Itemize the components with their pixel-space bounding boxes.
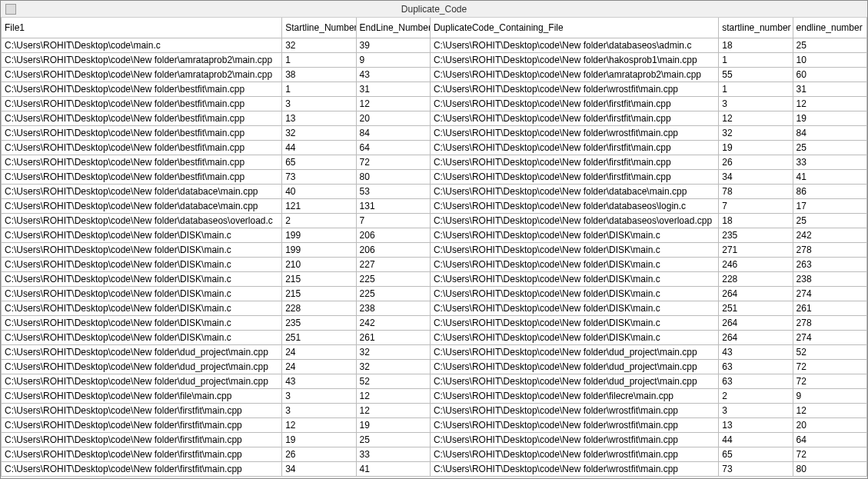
cell-end2[interactable]: 60 [793,67,866,81]
cell-file1[interactable]: C:\Users\ROHIT\Desktop\code\New folder\D… [2,242,282,257]
table-row[interactable]: C:\Users\ROHIT\Desktop\code\New folder\D… [2,315,867,330]
cell-end1[interactable]: 33 [356,447,430,461]
cell-file2[interactable]: C:\Users\ROHIT\Desktop\code\New folder\D… [430,286,718,301]
cell-file2[interactable]: C:\Users\ROHIT\Desktop\code\New folder\d… [430,374,718,388]
cell-end1[interactable]: 12 [356,403,430,417]
col-header-start2[interactable]: startline_number [719,18,793,38]
cell-start1[interactable]: 43 [282,374,356,388]
cell-file2[interactable]: C:\Users\ROHIT\Desktop\code\New folder\D… [430,242,718,257]
cell-start2[interactable]: 63 [719,359,793,374]
table-row[interactable]: C:\Users\ROHIT\Desktop\code\New folder\b… [2,169,867,184]
cell-end2[interactable]: 238 [793,271,866,286]
cell-file1[interactable]: C:\Users\ROHIT\Desktop\code\New folder\d… [2,213,282,228]
cell-file1[interactable]: C:\Users\ROHIT\Desktop\code\New folder\f… [2,461,282,476]
cell-start2[interactable]: 228 [719,271,793,286]
cell-end2[interactable]: 17 [793,198,866,213]
cell-start1[interactable]: 3 [282,403,356,417]
table-row[interactable]: C:\Users\ROHIT\Desktop\code\New folder\D… [2,330,867,344]
cell-end2[interactable]: 19 [793,111,866,125]
table-row[interactable]: C:\Users\ROHIT\Desktop\code\New folder\b… [2,140,867,155]
cell-start2[interactable]: 3 [719,96,793,111]
cell-end2[interactable]: 274 [793,286,866,301]
table-row[interactable]: C:\Users\ROHIT\Desktop\code\New folder\f… [2,403,867,417]
cell-start2[interactable]: 55 [719,67,793,81]
col-header-end2[interactable]: endline_number [793,18,866,38]
cell-end1[interactable]: 80 [356,169,430,184]
cell-start2[interactable]: 271 [719,242,793,257]
table-row[interactable]: C:\Users\ROHIT\Desktop\code\New folder\f… [2,461,867,476]
table-row[interactable]: C:\Users\ROHIT\Desktop\code\New folder\b… [2,111,867,125]
cell-start2[interactable]: 43 [719,344,793,359]
table-row[interactable]: C:\Users\ROHIT\Desktop\code\New folder\d… [2,184,867,198]
cell-end1[interactable]: 7 [356,213,430,228]
cell-end1[interactable]: 9 [356,52,430,67]
cell-file2[interactable]: C:\Users\ROHIT\Desktop\code\New folder\w… [430,432,718,447]
cell-end1[interactable]: 261 [356,330,430,344]
cell-end1[interactable]: 52 [356,374,430,388]
cell-end2[interactable]: 72 [793,359,866,374]
cell-start2[interactable]: 264 [719,330,793,344]
cell-end2[interactable]: 12 [793,96,866,111]
cell-end2[interactable]: 84 [793,125,866,140]
cell-start2[interactable]: 264 [719,315,793,330]
cell-file1[interactable]: C:\Users\ROHIT\Desktop\code\New folder\d… [2,198,282,213]
cell-file1[interactable]: C:\Users\ROHIT\Desktop\code\New folder\d… [2,374,282,388]
cell-start1[interactable]: 199 [282,228,356,242]
cell-end2[interactable]: 12 [793,403,866,417]
cell-end2[interactable]: 274 [793,330,866,344]
cell-end1[interactable]: 238 [356,301,430,315]
cell-start1[interactable]: 1 [282,81,356,96]
cell-file1[interactable]: C:\Users\ROHIT\Desktop\code\New folder\f… [2,388,282,403]
col-header-start1[interactable]: Startline_Number [282,18,356,38]
cell-end1[interactable]: 39 [356,38,430,52]
cell-start1[interactable]: 251 [282,330,356,344]
cell-file2[interactable]: C:\Users\ROHIT\Desktop\code\New folder\D… [430,257,718,271]
cell-start1[interactable]: 235 [282,315,356,330]
cell-file2[interactable]: C:\Users\ROHIT\Desktop\code\New folder\d… [430,359,718,374]
cell-file1[interactable]: C:\Users\ROHIT\Desktop\code\New folder\d… [2,359,282,374]
cell-file2[interactable]: C:\Users\ROHIT\Desktop\code\New folder\f… [430,155,718,169]
cell-file1[interactable]: C:\Users\ROHIT\Desktop\code\New folder\D… [2,271,282,286]
cell-start1[interactable]: 228 [282,301,356,315]
cell-start2[interactable]: 18 [719,38,793,52]
table-row[interactable]: C:\Users\ROHIT\Desktop\code\New folder\d… [2,198,867,213]
col-header-file1[interactable]: File1 [2,18,282,38]
cell-end1[interactable]: 242 [356,315,430,330]
table-row[interactable]: C:\Users\ROHIT\Desktop\code\New folder\f… [2,388,867,403]
cell-file1[interactable]: C:\Users\ROHIT\Desktop\code\New folder\D… [2,286,282,301]
table-row[interactable]: C:\Users\ROHIT\Desktop\code\New folder\D… [2,228,867,242]
table-row[interactable]: C:\Users\ROHIT\Desktop\code\New folder\d… [2,344,867,359]
cell-file1[interactable]: C:\Users\ROHIT\Desktop\code\New folder\D… [2,315,282,330]
table-row[interactable]: C:\Users\ROHIT\Desktop\code\New folder\D… [2,301,867,315]
cell-file1[interactable]: C:\Users\ROHIT\Desktop\code\New folder\f… [2,417,282,432]
cell-end2[interactable]: 25 [793,140,866,155]
cell-start2[interactable]: 235 [719,228,793,242]
cell-file1[interactable]: C:\Users\ROHIT\Desktop\code\New folder\a… [2,52,282,67]
cell-file2[interactable]: C:\Users\ROHIT\Desktop\code\New folder\a… [430,67,718,81]
cell-start2[interactable]: 73 [719,461,793,476]
cell-start1[interactable]: 38 [282,67,356,81]
cell-end1[interactable]: 53 [356,184,430,198]
cell-end1[interactable]: 19 [356,417,430,432]
cell-start2[interactable]: 2 [719,388,793,403]
cell-start2[interactable]: 1 [719,52,793,67]
cell-end2[interactable]: 20 [793,417,866,432]
cell-file2[interactable]: C:\Users\ROHIT\Desktop\code\New folder\f… [430,140,718,155]
cell-start1[interactable]: 40 [282,184,356,198]
cell-start1[interactable]: 199 [282,242,356,257]
cell-end1[interactable]: 32 [356,359,430,374]
cell-end1[interactable]: 32 [356,344,430,359]
cell-file1[interactable]: C:\Users\ROHIT\Desktop\code\New folder\b… [2,155,282,169]
cell-start1[interactable]: 24 [282,359,356,374]
cell-end2[interactable]: 64 [793,432,866,447]
cell-end1[interactable]: 12 [356,96,430,111]
cell-start1[interactable]: 210 [282,257,356,271]
cell-file2[interactable]: C:\Users\ROHIT\Desktop\code\New folder\D… [430,228,718,242]
table-row[interactable]: C:\Users\ROHIT\Desktop\code\New folder\f… [2,417,867,432]
cell-file1[interactable]: C:\Users\ROHIT\Desktop\code\New folder\f… [2,447,282,461]
cell-end2[interactable]: 80 [793,461,866,476]
table-row[interactable]: C:\Users\ROHIT\Desktop\code\main.c3239C:… [2,38,867,52]
cell-start1[interactable]: 3 [282,96,356,111]
cell-file1[interactable]: C:\Users\ROHIT\Desktop\code\New folder\d… [2,184,282,198]
cell-start2[interactable]: 26 [719,155,793,169]
